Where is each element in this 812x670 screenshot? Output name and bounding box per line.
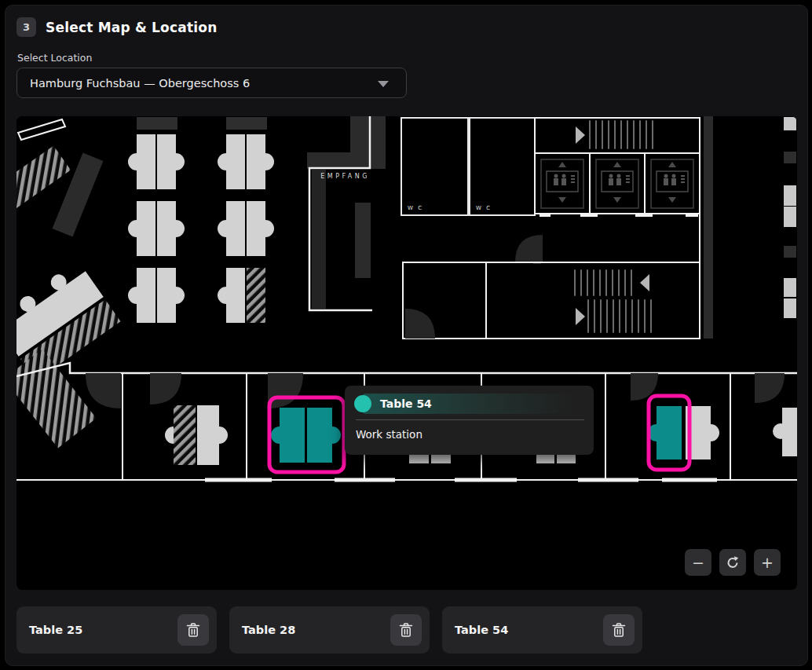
rotate-clockwise-icon xyxy=(726,555,740,569)
floorplan-svg: EMPFANG W C W C xyxy=(16,116,797,590)
reception-label: EMPFANG xyxy=(320,173,370,180)
zoom-in-button[interactable]: + xyxy=(754,549,781,576)
tooltip-title-band: Table 54 xyxy=(363,394,586,414)
location-select[interactable]: Hamburg Fuchsbau — Obergeschoss 6 xyxy=(16,68,407,98)
reset-view-button[interactable] xyxy=(719,549,746,576)
tooltip-description: Work station xyxy=(345,420,594,441)
chevron-down-icon xyxy=(378,81,389,87)
table-status-dot xyxy=(354,395,371,412)
trash-icon xyxy=(397,621,415,639)
wc-left-label: W C xyxy=(408,205,423,211)
page-title: Select Map & Location xyxy=(46,20,217,35)
selected-table-card: Table 28 xyxy=(229,606,430,654)
wc-right-label: W C xyxy=(476,205,492,211)
map-controls: − + xyxy=(685,549,781,576)
step-header: 3 Select Map & Location xyxy=(16,17,217,37)
trash-icon xyxy=(184,621,203,639)
tooltip-header: Table 54 xyxy=(354,393,586,415)
location-select-label: Select Location xyxy=(17,52,92,64)
table-name: Table 25 xyxy=(29,624,82,636)
table-name: Table 54 xyxy=(455,624,508,636)
location-select-value: Hamburg Fuchsbau — Obergeschoss 6 xyxy=(30,77,250,90)
selected-table-card: Table 54 xyxy=(442,606,642,654)
tooltip-title: Table 54 xyxy=(380,397,432,410)
remove-table-button[interactable] xyxy=(603,614,635,646)
zoom-out-button[interactable]: − xyxy=(685,549,711,576)
floorplan-map[interactable]: EMPFANG W C W C xyxy=(16,116,797,590)
table-tooltip: Table 54 Work station xyxy=(345,386,594,455)
selected-table-card: Table 25 xyxy=(16,606,217,654)
map-background xyxy=(16,116,797,590)
remove-table-button[interactable] xyxy=(390,614,422,646)
remove-table-button[interactable] xyxy=(177,614,209,646)
step-number-badge: 3 xyxy=(16,17,36,37)
select-map-panel: 3 Select Map & Location Select Location … xyxy=(5,5,808,666)
selected-tables-list: Table 25 Table 28 xyxy=(16,606,642,654)
table-name: Table 28 xyxy=(242,624,295,636)
trash-icon xyxy=(609,621,628,639)
